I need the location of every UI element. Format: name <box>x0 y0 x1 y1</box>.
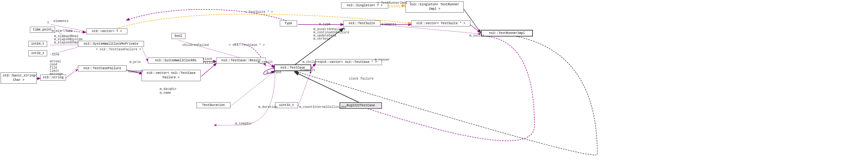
svg-line-27 <box>230 71 275 106</box>
label-m-name: m_name <box>160 91 171 95</box>
svg-line-13 <box>201 63 217 77</box>
node-time-point: time_point <box>30 27 55 33</box>
label-m-starttime: m_startTime <box>52 29 73 33</box>
label-m-verbose: m_verbose <box>313 37 331 40</box>
node-type: Type <box>280 21 297 26</box>
label-m-runner: m_runner <box>375 58 390 62</box>
label-line: line <box>52 53 59 56</box>
label-message: message <box>50 72 63 76</box>
svg-line-10 <box>141 45 148 61</box>
diagram-container: ns3::Singleton< T > ns3::Singleton< Test… <box>0 0 868 167</box>
label-clock: clock <box>203 57 212 61</box>
node-testduration: TestDuration <box>196 102 230 108</box>
svg-line-21 <box>470 25 481 33</box>
node-int32-t: int32_t <box>28 50 47 56</box>
node-int64-t: int64_t <box>28 41 47 47</box>
node-std-vector-testcasefailure: std::vector< ns3::TestCaseFailure > <box>142 70 200 81</box>
label-m-datadir: m_dataDir <box>160 87 177 91</box>
node-bool: bool <box>171 33 185 39</box>
label-elements-testsuite: elements <box>381 23 397 26</box>
node-ns3-singleton-testrunner: ns3::Singleton< TestRunnerImpl > <box>406 1 464 12</box>
label-testcase-ptr-bracket: < ns3::TestCase * > <box>229 44 265 47</box>
label-m-countinternalcollisions: m_countInternalCollisions <box>299 105 346 109</box>
node-ns3-systemwallclockms: ns3::SystemWallClockMs <box>148 58 204 63</box>
label-clock-failure: clock failure <box>349 77 373 81</box>
label-elements-failure: elements <box>128 70 143 73</box>
svg-line-29 <box>294 72 361 103</box>
label-testsuite-ptr: < TestSuite * > <box>245 10 273 14</box>
svg-line-4 <box>462 7 481 33</box>
label-childrenfailed: childrenFailed <box>182 44 209 47</box>
node-ns3-systemwallclockms-private: ns3::SystemWallClockMsPrivate <box>78 41 144 47</box>
node-std-vector-t: std::vector< T > <box>87 28 127 34</box>
label-testcasefailure-bracket: < ns3::TestCaseFailure > <box>96 48 141 51</box>
label-m-elapseduser: m_elapsedUser <box>54 41 79 44</box>
label-m-result: m_result <box>258 60 273 64</box>
label-m-children: m_children <box>303 60 321 64</box>
node-std-basic-string: std::basic_string<Char > <box>1 72 37 84</box>
label-m-suites: m_suites <box>469 34 485 37</box>
label-m-parent: m_parent <box>267 71 282 74</box>
label-m-tempdir: m_tempDir <box>235 122 252 126</box>
label-elements-t: elements <box>54 20 68 23</box>
svg-line-28 <box>298 71 311 106</box>
node-std-vector-testcase: std::vector< ns3::TestCase * > <box>315 59 382 65</box>
label-failure: failure <box>203 61 216 65</box>
label-m-type: m_type <box>319 23 331 26</box>
label-m-duration: m_duration <box>258 105 277 109</box>
node-ns3-testsuite: ns3::TestSuite <box>343 21 380 26</box>
label-t: T <box>47 21 49 25</box>
label-m-priv: m_priv <box>129 60 141 64</box>
svg-line-25 <box>66 69 78 78</box>
label-testrunnerimpl-arrow: < TestRunnerImpl > <box>377 1 411 5</box>
node-uint32-t: uint32_t <box>275 102 298 108</box>
node-ns3-testcasefailure: ns3::TestCaseFailure <box>78 65 127 72</box>
svg-line-26 <box>66 67 78 78</box>
node-std-vector-testsuite: std::vector< TestSuite * > <box>411 21 470 26</box>
node-ns3-testrunnerimpl: ns3::TestRunnerImpl <box>481 30 533 36</box>
label-elements-testcase: elements <box>300 68 315 72</box>
